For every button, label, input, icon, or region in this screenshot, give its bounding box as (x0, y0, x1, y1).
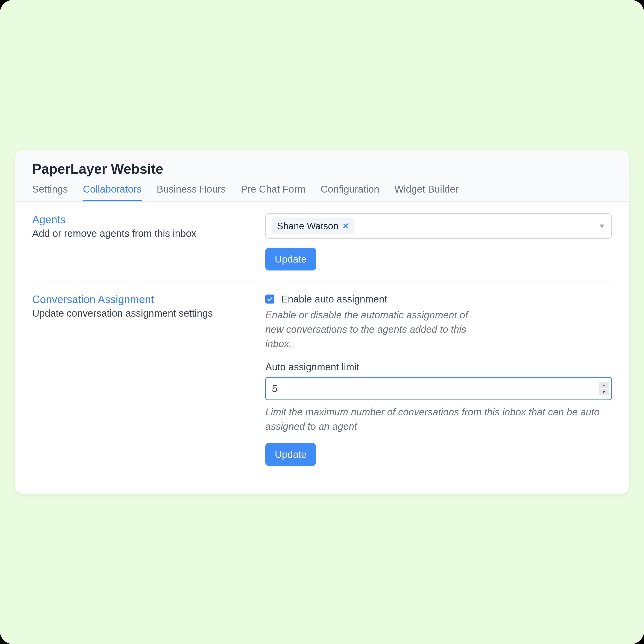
chevron-down-icon[interactable]: ▼ (598, 222, 605, 230)
tab-pre-chat-form[interactable]: Pre Chat Form (241, 183, 306, 201)
enable-auto-assignment-label: Enable auto assignment (281, 293, 387, 305)
enable-auto-assignment-row: Enable auto assignment (265, 293, 612, 305)
tabs-nav: Settings Collaborators Business Hours Pr… (32, 183, 612, 201)
enable-help-text: Enable or disable the automatic assignme… (265, 308, 480, 351)
assignment-section-content: Enable auto assignment Enable or disable… (265, 293, 612, 466)
check-icon (267, 296, 273, 302)
agents-update-button[interactable]: Update (265, 248, 316, 270)
enable-auto-assignment-checkbox[interactable] (265, 295, 274, 304)
agents-section-header: Agents Add or remove agents from this in… (32, 213, 252, 270)
remove-agent-icon[interactable]: ✕ (342, 222, 349, 230)
agents-subtitle: Add or remove agents from this inbox (32, 228, 252, 239)
agent-tag: Shane Watson ✕ (272, 218, 354, 234)
card-header: PaperLayer Website Settings Collaborator… (15, 150, 629, 202)
settings-card: PaperLayer Website Settings Collaborator… (15, 150, 629, 494)
number-spinner: ▲ ▼ (599, 382, 609, 395)
tab-settings[interactable]: Settings (32, 183, 68, 201)
tab-configuration[interactable]: Configuration (321, 183, 380, 201)
agents-title: Agents (32, 213, 252, 226)
page-background: PaperLayer Website Settings Collaborator… (0, 0, 644, 644)
assignment-section-header: Conversation Assignment Update conversat… (32, 293, 252, 466)
agents-multiselect[interactable]: Shane Watson ✕ ▼ (265, 213, 612, 239)
agents-section: Agents Add or remove agents from this in… (32, 213, 612, 281)
limit-label: Auto assignment limit (265, 361, 612, 373)
spinner-down-icon[interactable]: ▼ (599, 389, 609, 395)
assignment-subtitle: Update conversation assignment settings (32, 307, 252, 319)
tab-collaborators[interactable]: Collaborators (83, 183, 142, 201)
page-title: PaperLayer Website (32, 161, 612, 177)
card-body: Agents Add or remove agents from this in… (15, 202, 629, 494)
assignment-section: Conversation Assignment Update conversat… (32, 281, 612, 476)
agents-section-content: Shane Watson ✕ ▼ Update (265, 213, 612, 270)
agents-tags: Shane Watson ✕ (272, 218, 354, 234)
tab-business-hours[interactable]: Business Hours (157, 183, 226, 201)
limit-help-text: Limit the maximum number of conversation… (265, 405, 612, 433)
assignment-title: Conversation Assignment (32, 293, 252, 306)
spinner-up-icon[interactable]: ▲ (599, 382, 609, 388)
auto-assignment-limit-input[interactable] (265, 377, 612, 400)
assignment-update-button[interactable]: Update (265, 443, 316, 466)
limit-input-wrapper: ▲ ▼ (265, 377, 612, 400)
tab-widget-builder[interactable]: Widget Builder (394, 183, 459, 201)
agent-tag-label: Shane Watson (277, 221, 339, 231)
